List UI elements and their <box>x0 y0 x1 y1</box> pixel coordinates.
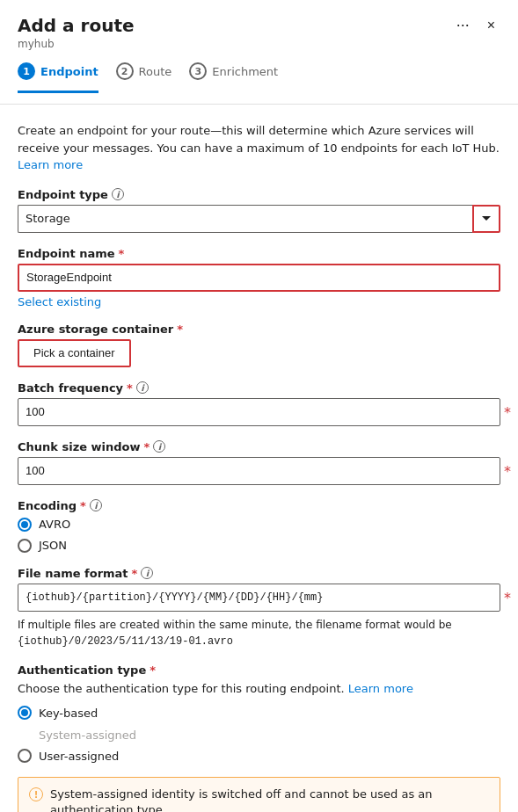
required-star-encoding: * <box>80 499 86 512</box>
panel-title: Add a route <box>18 15 135 36</box>
pick-container-button[interactable]: Pick a container <box>18 339 131 367</box>
encoding-json-radio[interactable] <box>18 539 32 553</box>
chunk-size-label: Chunk size window * i <box>18 440 500 453</box>
endpoint-type-display: Storage <box>18 205 472 233</box>
auth-key-based-radio[interactable] <box>18 706 32 720</box>
authentication-type-group: Authentication type * Choose the authent… <box>18 663 500 764</box>
azure-storage-label: Azure storage container * <box>18 323 500 336</box>
warning-icon: ! <box>29 787 43 801</box>
endpoint-name-input-row <box>18 264 500 292</box>
ellipsis-button[interactable]: ··· <box>451 14 475 36</box>
batch-frequency-group: Batch frequency * i * <box>18 381 500 426</box>
content-area: Create an endpoint for your route—this w… <box>0 105 518 812</box>
file-name-format-group: File name format * i * If multiple files… <box>18 567 500 649</box>
auth-description: Choose the authentication type for this … <box>18 680 500 698</box>
chunk-size-input-row: * <box>18 457 500 485</box>
chevron-down-icon <box>482 216 491 221</box>
step-3-label: Enrichment <box>212 65 278 78</box>
auth-user-assigned-radio[interactable] <box>18 749 32 763</box>
endpoint-type-label: Endpoint type i <box>18 188 500 201</box>
authentication-type-label: Authentication type * <box>18 663 500 677</box>
select-existing-link[interactable]: Select existing <box>18 295 101 308</box>
auth-user-assigned-item[interactable]: User-assigned <box>18 749 500 763</box>
fileformat-required-indicator: * <box>504 589 511 605</box>
file-name-format-input[interactable] <box>18 584 500 612</box>
encoding-json-label: JSON <box>39 539 67 552</box>
required-star-chunk: * <box>144 440 150 453</box>
batch-frequency-input[interactable] <box>18 398 500 426</box>
required-star-fileformat: * <box>132 567 138 580</box>
step-enrichment[interactable]: 3 Enrichment <box>189 62 278 93</box>
encoding-avro-radio[interactable] <box>18 518 32 532</box>
endpoint-name-label: Endpoint name * <box>18 247 500 260</box>
encoding-radio-group: AVRO JSON <box>18 518 500 553</box>
close-button[interactable]: × <box>482 16 500 35</box>
subtitle: myhub <box>18 38 500 50</box>
panel-header: Add a route ··· × myhub 1 Endpoint 2 Rou… <box>0 0 518 105</box>
description-text: Create an endpoint for your route—this w… <box>18 122 500 174</box>
step-3-circle: 3 <box>189 62 207 80</box>
warning-text: System-assigned identity is switched off… <box>50 787 489 812</box>
batch-frequency-input-row: * <box>18 398 500 426</box>
auth-user-assigned-label: User-assigned <box>39 750 119 763</box>
warning-box: ! System-assigned identity is switched o… <box>18 777 500 812</box>
endpoint-name-group: Endpoint name * Select existing <box>18 247 500 308</box>
svg-text:!: ! <box>34 790 39 800</box>
required-star-auth: * <box>150 663 156 677</box>
step-endpoint[interactable]: 1 Endpoint <box>18 62 98 93</box>
required-star-name: * <box>119 247 125 260</box>
endpoint-type-dropdown-btn[interactable] <box>472 205 500 233</box>
chunk-size-info-icon[interactable]: i <box>153 440 165 453</box>
chunk-required-indicator: * <box>504 462 511 479</box>
azure-storage-container-group: Azure storage container * Pick a contain… <box>18 323 500 367</box>
auth-learn-more-link[interactable]: Learn more <box>348 682 413 695</box>
required-star-container: * <box>177 323 183 336</box>
batch-required-indicator: * <box>504 403 511 420</box>
endpoint-name-input[interactable] <box>18 264 500 292</box>
add-route-panel: Add a route ··· × myhub 1 Endpoint 2 Rou… <box>0 0 518 812</box>
batch-frequency-label: Batch frequency * i <box>18 381 500 395</box>
encoding-group: Encoding * i AVRO JSON <box>18 499 500 553</box>
endpoint-type-select-outer: Storage <box>18 205 500 233</box>
auth-radio-group: Key-based System-assigned User-assigned <box>18 706 500 763</box>
encoding-avro-item[interactable]: AVRO <box>18 518 500 532</box>
learn-more-link[interactable]: Learn more <box>18 158 83 171</box>
encoding-avro-label: AVRO <box>39 518 70 531</box>
endpoint-type-info-icon[interactable]: i <box>112 188 124 200</box>
chunk-size-input[interactable] <box>18 457 500 485</box>
chunk-size-group: Chunk size window * i * <box>18 440 500 485</box>
auth-key-based-label: Key-based <box>39 707 98 720</box>
auth-key-based-item[interactable]: Key-based <box>18 706 500 720</box>
steps-row: 1 Endpoint 2 Route 3 Enrichment <box>18 62 500 93</box>
batch-frequency-info-icon[interactable]: i <box>136 381 149 394</box>
file-format-info-text: If multiple files are created within the… <box>18 617 500 649</box>
system-assigned-label: System-assigned <box>39 729 500 742</box>
panel-title-actions: ··· × <box>451 14 500 36</box>
step-2-circle: 2 <box>116 62 134 80</box>
step-1-label: Endpoint <box>40 65 98 78</box>
file-name-format-info-icon[interactable]: i <box>141 567 153 579</box>
step-2-label: Route <box>139 65 172 78</box>
step-1-circle: 1 <box>18 62 35 80</box>
file-name-format-label: File name format * i <box>18 567 500 580</box>
encoding-label: Encoding * i <box>18 499 500 512</box>
encoding-json-item[interactable]: JSON <box>18 539 500 553</box>
endpoint-type-group: Endpoint type i Storage <box>18 188 500 233</box>
encoding-info-icon[interactable]: i <box>90 499 102 511</box>
file-name-format-input-row: * <box>18 584 500 612</box>
step-route[interactable]: 2 Route <box>116 62 172 93</box>
required-star-batch: * <box>127 381 133 395</box>
